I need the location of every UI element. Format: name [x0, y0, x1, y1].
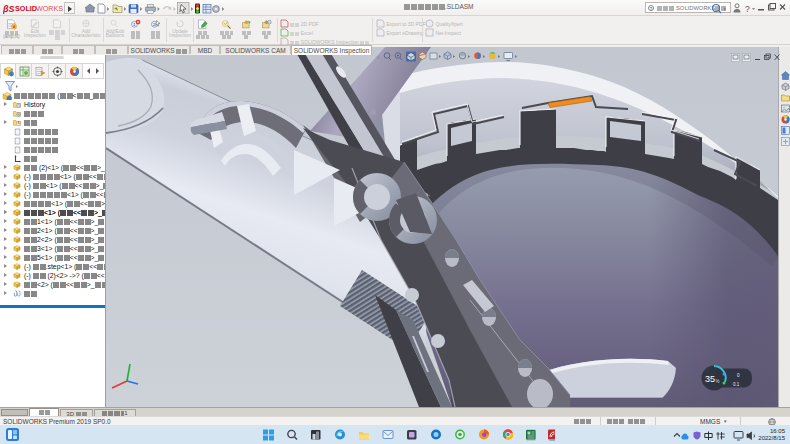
svg-text:35: 35	[705, 374, 715, 384]
svg-text:SOLID: SOLID	[15, 4, 37, 13]
svg-text:βS: βS	[3, 4, 15, 14]
svg-text:0.1: 0.1	[733, 382, 740, 387]
svg-text:WORKS: WORKS	[36, 4, 63, 13]
svg-text:?: ?	[745, 4, 750, 14]
svg-text:%: %	[716, 379, 720, 384]
